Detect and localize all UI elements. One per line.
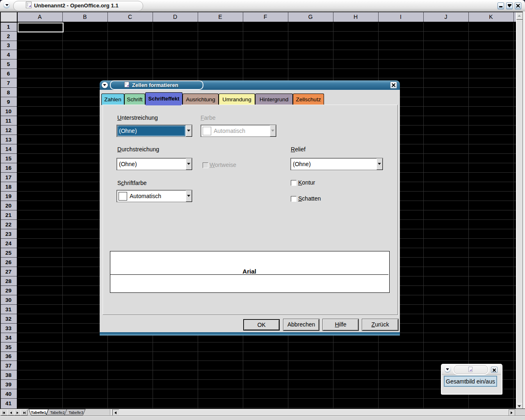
svg-text:Tabelle3: Tabelle3 [68, 410, 83, 415]
svg-text:Tabelle1: Tabelle1 [31, 410, 46, 415]
svg-text:Tabelle2: Tabelle2 [50, 410, 64, 415]
